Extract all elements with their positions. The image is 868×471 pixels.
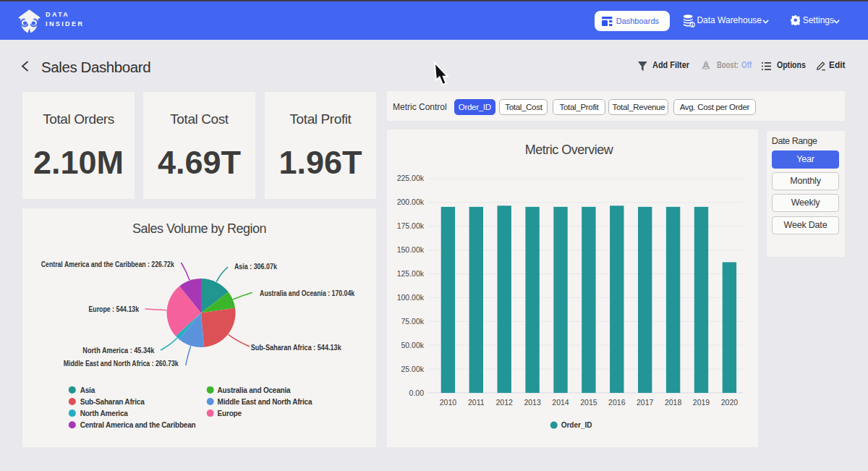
svg-text:0.00: 0.00 [409,389,425,397]
svg-text:50.00k: 50.00k [401,341,424,349]
svg-text:North America : 45.34k: North America : 45.34k [82,347,154,355]
svg-text:2019: 2019 [693,398,710,407]
svg-text:2010: 2010 [440,398,457,407]
svg-text:2011: 2011 [468,398,485,407]
svg-text:225.00k: 225.00k [397,174,425,182]
svg-text:Australia and Oceania : 170.04: Australia and Oceania : 170.04k [260,289,354,297]
svg-text:Asia: Asia [80,386,95,394]
svg-text:2015: 2015 [580,398,597,407]
svg-text:75.00k: 75.00k [401,317,424,326]
svg-text:125.00k: 125.00k [397,269,425,278]
svg-text:Sub-Saharan Africa: Sub-Saharan Africa [80,398,145,406]
svg-text:25.00k: 25.00k [401,365,424,373]
svg-text:Sub-Saharan Africa : 544.13k: Sub-Saharan Africa : 544.13k [251,344,341,352]
svg-text:Middle East and North Africa :: Middle East and North Africa : 260.73k [64,360,179,368]
svg-text:2018: 2018 [665,398,682,407]
svg-text:2014: 2014 [552,398,569,407]
svg-text:Central America and the Caribb: Central America and the Caribbean [80,421,196,429]
svg-text:North America: North America [80,410,129,417]
svg-text:2017: 2017 [637,398,654,407]
svg-text:2013: 2013 [524,398,541,407]
svg-text:Europe : 544.13k: Europe : 544.13k [89,305,140,313]
svg-text:Australia and Oceania: Australia and Oceania [218,386,291,394]
svg-text:2020: 2020 [721,398,739,407]
svg-text:200.00k: 200.00k [397,198,425,206]
svg-text:Order_ID: Order_ID [561,421,592,429]
svg-text:Asia : 306.07k: Asia : 306.07k [234,263,277,271]
svg-text:150.00k: 150.00k [397,245,425,254]
svg-text:Middle East and North Africa: Middle East and North Africa [218,398,312,406]
svg-text:Europe: Europe [218,410,242,417]
svg-text:2016: 2016 [608,398,626,407]
svg-text:2012: 2012 [496,398,514,407]
svg-text:175.00k: 175.00k [397,221,425,230]
svg-text:Central America and the Caribb: Central America and the Caribbean : 226.… [41,260,174,268]
svg-text:100.00k: 100.00k [397,293,425,302]
